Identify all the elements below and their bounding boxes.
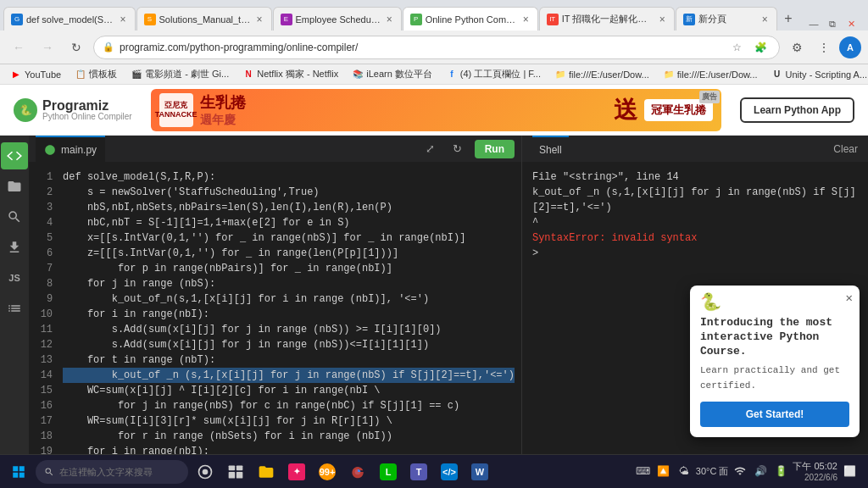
bookmark-3[interactable]: 🎬 電影頻道 - 劇世 Gi... xyxy=(127,66,232,82)
bookmark-youtube-label: YouTube xyxy=(25,69,61,80)
bookmark-unity[interactable]: U Unity - Scripting A... xyxy=(768,67,868,82)
tray-icon-2[interactable]: 🔼 xyxy=(655,463,672,480)
refresh-button[interactable]: ↻ xyxy=(448,139,468,159)
extensions-button[interactable]: 🧩 xyxy=(750,37,771,58)
tab-favicon-5: IT xyxy=(547,14,559,25)
system-tray: ⌨ 🔼 🌤 30°C 面 🔊 🔋 下午 05:02 2022/6/6 ⬜ xyxy=(630,460,863,483)
taskbar-explorer[interactable] xyxy=(253,458,280,485)
shell-tab[interactable]: Shell xyxy=(532,136,569,163)
restore-button[interactable]: ⧉ xyxy=(826,17,839,30)
tab-label-4: Online Python Compiler |... xyxy=(426,14,518,25)
taskbar-vscode[interactable]: </> xyxy=(436,458,463,485)
tray-volume-icon[interactable]: 🔊 xyxy=(752,463,769,480)
sidebar-icon-code[interactable] xyxy=(1,142,28,169)
lock-icon: 🔒 xyxy=(103,42,114,53)
learn-python-button[interactable]: Learn Python App xyxy=(740,97,854,123)
bookmark-3-icon: 🎬 xyxy=(131,69,142,80)
code-line-10: for i in range(nbI): xyxy=(63,307,515,322)
minimize-button[interactable]: — xyxy=(807,17,821,30)
output-area: Shell Clear File "<string>", line 14k_ou… xyxy=(521,136,868,454)
forward-button[interactable]: → xyxy=(36,36,59,59)
browser-tab-3[interactable]: E Employee Scheduling |... × xyxy=(273,7,402,30)
tab-label-5: IT 招職化一起解化解決題... xyxy=(562,13,654,25)
close-button[interactable]: ✕ xyxy=(844,17,858,30)
bookmark-star-button[interactable]: ☆ xyxy=(726,37,747,58)
taskbar-chrome[interactable] xyxy=(344,458,371,485)
code-editor[interactable]: 1234567891011121314151617181920212223 de… xyxy=(29,163,521,454)
tab-close-4[interactable]: × xyxy=(521,14,531,25)
ad-mid-text: 週年慶 xyxy=(200,113,608,128)
ad-banner-inner: 亞尼克TANNACKE 生乳捲 週年慶 送 冠軍生乳捲 xyxy=(151,92,722,128)
tab-close-1[interactable]: × xyxy=(119,14,128,25)
bookmark-ilearn[interactable]: 📚 iLearn 數位平台 xyxy=(348,66,436,82)
system-clock[interactable]: 下午 05:02 2022/6/6 xyxy=(793,460,837,483)
tab-favicon-1: G xyxy=(11,14,23,25)
taskbar-search-bar[interactable] xyxy=(36,460,188,484)
profile-button[interactable]: A xyxy=(839,36,861,58)
tray-network-icon[interactable] xyxy=(732,463,748,480)
run-button[interactable]: Run xyxy=(475,140,515,158)
browser-tab-2[interactable]: S Solutions_Manual_to_Acc... × xyxy=(136,7,272,30)
taskbar-icon-2[interactable]: ✦ xyxy=(283,458,310,485)
file2-icon: 📁 xyxy=(663,69,675,80)
svg-rect-2 xyxy=(229,465,236,470)
browser-tab-5[interactable]: IT IT 招職化一起解化解決題... × xyxy=(539,7,675,30)
output-line: SyntaxError: invalid syntax xyxy=(532,230,858,246)
taskbar-word[interactable]: W xyxy=(466,458,493,485)
taskbar-task-view[interactable] xyxy=(222,458,249,485)
code-line-3: nbS,nbI,nbSets,nbPairs=len(S),len(I),len… xyxy=(63,200,515,215)
popup-title: Introducing the most interactive Python … xyxy=(700,316,849,359)
sidebar-icon-list[interactable] xyxy=(1,295,28,322)
popup-cta-button[interactable]: Get Started! xyxy=(700,402,849,427)
show-desktop-button[interactable]: ⬜ xyxy=(841,463,858,480)
output-content: File "<string>", line 14k_out_of _n (s,1… xyxy=(522,163,868,454)
taskbar-cortana-icon[interactable] xyxy=(192,458,219,485)
tray-battery-icon[interactable]: 🔋 xyxy=(772,463,789,480)
tab-close-6[interactable]: × xyxy=(760,14,770,25)
code-editor-area: main.py ⤢ ↻ Run 123456789101112131415161… xyxy=(29,136,521,454)
tab-close-3[interactable]: × xyxy=(385,14,394,25)
browser-tab-6[interactable]: 新 新分頁 × xyxy=(676,7,777,30)
expand-button[interactable]: ⤢ xyxy=(420,139,441,159)
browser-tab-4[interactable]: P Online Python Compiler |... × xyxy=(403,7,538,30)
tray-icon-1[interactable]: ⌨ xyxy=(635,463,652,480)
sidebar-icon-folder[interactable] xyxy=(1,173,28,200)
bookmark-file2-label: file:///E:/user/Dow... xyxy=(677,69,758,80)
bookmark-file2[interactable]: 📁 file:///E:/user/Dow... xyxy=(659,67,761,82)
back-button[interactable]: ← xyxy=(7,36,31,59)
weather-text: 30°C 面 xyxy=(696,465,729,478)
tab-close-2[interactable]: × xyxy=(255,14,264,25)
tab-close-5[interactable]: × xyxy=(658,14,667,25)
unity-icon: U xyxy=(771,69,783,80)
tray-icon-weather[interactable]: 🌤 xyxy=(676,463,693,480)
tab-favicon-4: P xyxy=(410,14,422,25)
svg-point-1 xyxy=(203,469,209,474)
taskbar-teams[interactable]: T xyxy=(405,458,432,485)
bookmark-youtube[interactable]: ▶ YouTube xyxy=(7,67,64,82)
sidebar-icon-js[interactable]: JS xyxy=(1,264,28,291)
code-lines[interactable]: def solve_model(S,I,R,P): s = newSolver(… xyxy=(56,163,521,454)
tab-bar: G def solve_model(S,I,R,P): × S Solution… xyxy=(0,0,868,30)
sidebar-icon-download[interactable] xyxy=(1,234,28,261)
taskbar-icon-3[interactable]: 99+ xyxy=(314,458,341,485)
bookmark-fb[interactable]: f (4) 工工頁欄位 | F... xyxy=(442,66,544,82)
address-actions: ☆ 🧩 xyxy=(726,37,771,58)
taskbar-line[interactable]: L xyxy=(375,458,402,485)
youtube-icon: ▶ xyxy=(10,69,22,80)
clear-button[interactable]: Clear xyxy=(833,143,858,155)
more-options-button[interactable]: ⋮ xyxy=(812,36,836,59)
taskbar-search-input[interactable] xyxy=(59,467,161,477)
extensions-panel-button[interactable]: ⚙ xyxy=(785,36,809,59)
bookmark-netflix[interactable]: N Netflix 獨家 - Netflix xyxy=(239,66,342,82)
sidebar-icon-search[interactable] xyxy=(1,203,28,230)
file-tab[interactable]: main.py xyxy=(36,136,105,163)
browser-tab-1[interactable]: G def solve_model(S,I,R,P): × xyxy=(3,7,136,30)
new-tab-button[interactable]: + xyxy=(778,7,798,30)
popup-close-button[interactable]: ✕ xyxy=(846,291,853,306)
bookmark-2[interactable]: 📋 慣板板 xyxy=(71,66,120,82)
address-bar[interactable]: 🔒 programiz.com/python-programming/onlin… xyxy=(93,36,780,59)
reload-button[interactable]: ↻ xyxy=(64,36,88,59)
start-button[interactable] xyxy=(5,458,32,485)
bookmark-file1[interactable]: 📁 file:///E:/user/Dow... xyxy=(551,67,653,82)
window-controls: — ⧉ ✕ xyxy=(800,17,865,30)
